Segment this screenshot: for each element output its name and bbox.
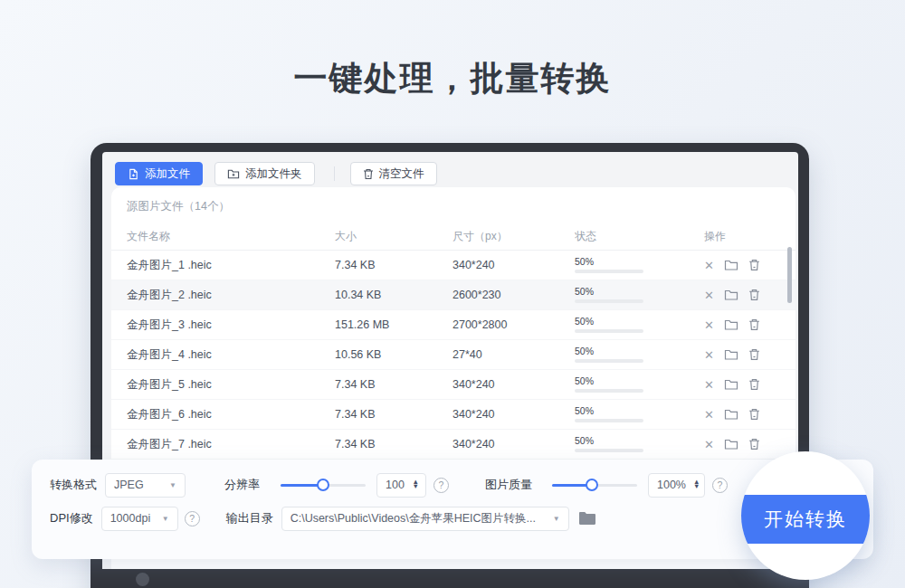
open-folder-icon[interactable] (724, 259, 738, 271)
file-list: 金舟图片_1 .heic 7.34 KB 340*240 50% ✕ 金舟图片_… (111, 251, 795, 460)
cancel-icon[interactable]: ✕ (704, 260, 714, 271)
format-select[interactable]: JPEG ▼ (105, 473, 186, 498)
output-path-value: C:\Users\Public\Videos\金舟苹果HEIC图片转换... (291, 511, 536, 526)
actions-cell: ✕ (704, 259, 795, 271)
table-header: 文件名称 大小 尺寸（px） 状态 操作 (111, 223, 795, 251)
col-dimensions: 尺寸（px） (452, 229, 575, 244)
trash-icon (363, 168, 374, 180)
open-folder-icon[interactable] (724, 348, 738, 361)
progress-bar (575, 299, 643, 303)
file-size: 7.34 KB (335, 259, 452, 271)
page-title: 一键处理，批量转换 (0, 56, 905, 101)
browse-folder-icon[interactable] (578, 511, 596, 526)
quality-slider[interactable] (552, 479, 637, 491)
chevron-down-icon: ▼ (553, 515, 560, 523)
table-row[interactable]: 金舟图片_2 .heic 10.34 KB 2600*230 50% ✕ (111, 280, 795, 310)
cancel-icon[interactable]: ✕ (704, 379, 714, 391)
start-convert-button[interactable]: 开始转换 (741, 495, 870, 544)
laptop-hinge-dot (136, 573, 149, 586)
output-path-select[interactable]: C:\Users\Public\Videos\金舟苹果HEIC图片转换... ▼ (281, 507, 569, 531)
delete-icon[interactable] (748, 438, 760, 450)
status-cell: 50% (575, 257, 704, 273)
format-value: JPEG (114, 479, 144, 491)
resolution-help-icon[interactable]: ? (433, 478, 449, 493)
actions-cell: ✕ (704, 289, 795, 301)
file-size: 10.56 KB (335, 348, 452, 361)
actions-cell: ✕ (704, 438, 795, 450)
open-folder-icon[interactable] (724, 408, 738, 421)
table-row[interactable]: 金舟图片_7 .heic 7.34 KB 340*240 50% ✕ (111, 430, 795, 460)
cancel-icon[interactable]: ✕ (704, 409, 714, 421)
clear-files-button[interactable]: 清空文件 (350, 162, 437, 185)
cancel-icon[interactable]: ✕ (704, 289, 714, 301)
file-size: 7.34 KB (335, 378, 452, 391)
output-label: 输出目录 (226, 510, 273, 526)
status-cell: 50% (575, 436, 704, 452)
file-name: 金舟图片_1 .heic (127, 258, 335, 273)
format-label: 转换格式 (50, 477, 97, 493)
file-dimensions: 340*240 (452, 378, 575, 391)
actions-cell: ✕ (704, 318, 795, 331)
open-folder-icon[interactable] (724, 378, 738, 391)
progress-label: 50% (575, 436, 704, 446)
status-cell: 50% (575, 287, 704, 303)
file-name: 金舟图片_5 .heic (127, 377, 335, 393)
open-folder-icon[interactable] (724, 289, 738, 301)
table-row[interactable]: 金舟图片_6 .heic 7.34 KB 340*240 50% ✕ (111, 400, 795, 430)
cancel-icon[interactable]: ✕ (704, 349, 714, 361)
vertical-scrollbar[interactable] (787, 247, 792, 303)
dpi-help-icon[interactable]: ? (185, 511, 200, 526)
dpi-select[interactable]: 1000dpi ▼ (101, 507, 178, 531)
resolution-value: 100 (386, 479, 405, 491)
delete-icon[interactable] (748, 289, 760, 301)
resolution-stepper[interactable]: 100 ▲▼ (376, 473, 426, 498)
table-row[interactable]: 金舟图片_1 .heic 7.34 KB 340*240 50% ✕ (111, 251, 795, 280)
clear-files-label: 清空文件 (379, 166, 424, 182)
resolution-slider[interactable] (281, 479, 366, 491)
file-name: 金舟图片_3 .heic (127, 318, 335, 333)
file-name: 金舟图片_2 .heic (127, 288, 335, 303)
file-dimensions: 340*240 (452, 259, 575, 271)
add-file-button[interactable]: 添加文件 (115, 162, 203, 185)
delete-icon[interactable] (748, 408, 760, 421)
file-plus-icon (128, 168, 139, 180)
add-folder-button[interactable]: 添加文件夹 (214, 162, 315, 185)
file-dimensions: 27*40 (452, 348, 575, 361)
file-name: 金舟图片_7 .heic (127, 437, 335, 452)
progress-label: 50% (575, 257, 704, 267)
file-dimensions: 340*240 (452, 408, 575, 421)
progress-label: 50% (575, 406, 704, 416)
status-cell: 50% (575, 406, 704, 422)
progress-label: 50% (575, 287, 704, 297)
quality-stepper[interactable]: 100% ▲▼ (648, 473, 705, 498)
table-row[interactable]: 金舟图片_5 .heic 7.34 KB 340*240 50% ✕ (111, 370, 795, 400)
stepper-arrows-icon[interactable]: ▲▼ (413, 480, 419, 488)
status-cell: 50% (575, 346, 704, 363)
progress-bar (575, 449, 643, 452)
table-row[interactable]: 金舟图片_4 .heic 10.56 KB 27*40 50% ✕ (111, 340, 795, 370)
quality-help-icon[interactable]: ? (712, 478, 728, 493)
delete-icon[interactable] (748, 259, 760, 271)
delete-icon[interactable] (748, 378, 760, 391)
toolbar-divider (334, 166, 335, 181)
open-folder-icon[interactable] (724, 318, 738, 331)
table-row[interactable]: 金舟图片_3 .heic 151.26 MB 2700*2800 50% ✕ (111, 310, 795, 340)
dpi-value: 1000dpi (110, 512, 151, 525)
folder-plus-icon (227, 168, 240, 180)
file-size: 10.34 KB (335, 289, 452, 301)
start-convert-label: 开始转换 (764, 507, 847, 532)
file-list-title: 源图片文件（14个） (111, 187, 795, 223)
file-size: 7.34 KB (335, 408, 452, 421)
actions-cell: ✕ (704, 348, 795, 361)
cancel-icon[interactable]: ✕ (704, 439, 714, 450)
open-folder-icon[interactable] (724, 438, 738, 450)
cancel-icon[interactable]: ✕ (704, 319, 714, 331)
progress-label: 50% (575, 346, 704, 356)
stepper-arrows-icon[interactable]: ▲▼ (693, 480, 700, 488)
delete-icon[interactable] (748, 348, 760, 361)
quality-label: 图片质量 (485, 477, 532, 493)
delete-icon[interactable] (748, 318, 760, 331)
add-file-label: 添加文件 (145, 166, 190, 182)
file-dimensions: 2700*2800 (452, 318, 575, 331)
quality-value: 100% (657, 479, 686, 491)
